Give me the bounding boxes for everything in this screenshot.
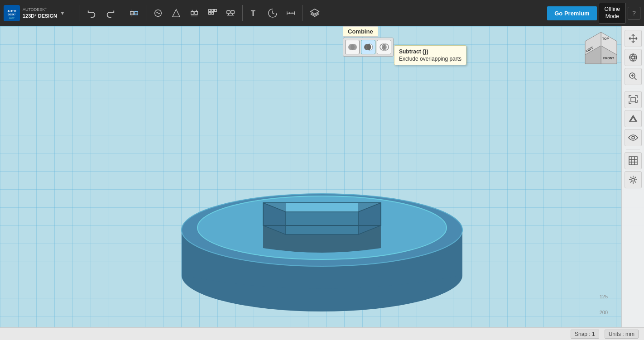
- snap-status[interactable]: Snap : 1: [571, 330, 599, 339]
- construct-button[interactable]: [168, 5, 184, 21]
- redo-button[interactable]: [102, 5, 118, 21]
- 3d-model: [163, 49, 481, 311]
- right-divider-2: [626, 149, 640, 149]
- intersect-button[interactable]: [377, 40, 391, 54]
- group-button[interactable]: [222, 5, 239, 21]
- premium-button[interactable]: Go Premium: [547, 6, 596, 20]
- divider-3: [146, 5, 146, 21]
- visibility-button[interactable]: [625, 129, 642, 146]
- logo-area: AUTO DESK° 123D° AUTODESK° 123D° DESIGN …: [4, 5, 76, 21]
- measure-button[interactable]: [283, 5, 299, 21]
- combine-label: Combine: [343, 26, 378, 37]
- svg-text:AUTO: AUTO: [7, 10, 16, 13]
- statusbar: Snap : 1 Units : mm: [0, 327, 644, 340]
- svg-rect-14: [227, 11, 230, 14]
- modify-button[interactable]: [186, 5, 202, 21]
- tooltip-description: Exclude overlapping parts: [399, 56, 461, 62]
- pattern-button[interactable]: [204, 5, 221, 21]
- svg-text:FRONT: FRONT: [603, 57, 615, 60]
- snap-settings-button[interactable]: [625, 171, 642, 188]
- units-label: Units : mm: [609, 331, 634, 337]
- svg-rect-15: [231, 11, 234, 14]
- divider-4: [242, 5, 243, 21]
- svg-rect-31: [631, 97, 635, 102]
- layers-button[interactable]: [307, 5, 323, 21]
- offline-button[interactable]: Offline Mode: [599, 3, 626, 23]
- undo-button[interactable]: [84, 5, 100, 21]
- right-panel: [621, 26, 644, 340]
- svg-rect-7: [191, 11, 194, 14]
- snap-label: Snap : 1: [575, 331, 595, 337]
- svg-rect-10: [211, 10, 214, 12]
- viewport[interactable]: 125 200 TOP FRONT LEFT: [0, 26, 644, 340]
- subtract-tooltip: Subtract (}) Exclude overlapping parts: [394, 45, 466, 65]
- fit-view-button[interactable]: [625, 91, 642, 108]
- svg-text:T: T: [251, 9, 255, 17]
- app-dropdown-arrow[interactable]: ▼: [60, 10, 65, 16]
- svg-point-35: [351, 44, 357, 50]
- svg-rect-11: [215, 10, 217, 12]
- svg-point-29: [630, 54, 637, 61]
- divider-5: [303, 5, 303, 21]
- svg-text:TOP: TOP: [602, 37, 609, 40]
- combine-popup: Combine: [343, 26, 394, 57]
- subtract-button[interactable]: [361, 40, 375, 54]
- svg-text:123D°: 123D°: [9, 17, 15, 19]
- svg-rect-12: [209, 12, 211, 14]
- transform-button[interactable]: [126, 5, 142, 21]
- view-cube[interactable]: TOP FRONT LEFT: [583, 30, 619, 66]
- grid-view-button[interactable]: [625, 152, 642, 169]
- right-divider-1: [626, 88, 640, 88]
- help-button[interactable]: ?: [628, 7, 640, 19]
- tooltip-title: Subtract (}): [399, 48, 461, 55]
- orbit-button[interactable]: [625, 49, 642, 66]
- snap-button[interactable]: [264, 5, 281, 21]
- app-name: AUTODESK° 123D° DESIGN: [23, 7, 57, 19]
- combine-tools: [343, 38, 394, 57]
- perspective-button[interactable]: [625, 110, 642, 127]
- sketch-button[interactable]: [150, 5, 166, 21]
- svg-text:DESK°: DESK°: [8, 13, 15, 16]
- zoom-button[interactable]: [625, 68, 642, 85]
- union-button[interactable]: [345, 40, 360, 54]
- divider-2: [122, 5, 122, 21]
- text-button[interactable]: T: [246, 5, 263, 21]
- coord-label-125: 125: [600, 294, 608, 299]
- coord-label-200: 200: [600, 310, 608, 315]
- toolbar: AUTO DESK° 123D° AUTODESK° 123D° DESIGN …: [0, 0, 644, 26]
- svg-rect-9: [209, 10, 211, 12]
- divider-1: [80, 5, 80, 21]
- svg-rect-13: [211, 12, 214, 14]
- app-logo: AUTO DESK° 123D°: [4, 5, 20, 21]
- units-status[interactable]: Units : mm: [605, 330, 639, 339]
- svg-point-32: [632, 136, 634, 139]
- svg-rect-8: [195, 11, 197, 14]
- pan-button[interactable]: [625, 30, 642, 47]
- svg-point-33: [632, 178, 634, 181]
